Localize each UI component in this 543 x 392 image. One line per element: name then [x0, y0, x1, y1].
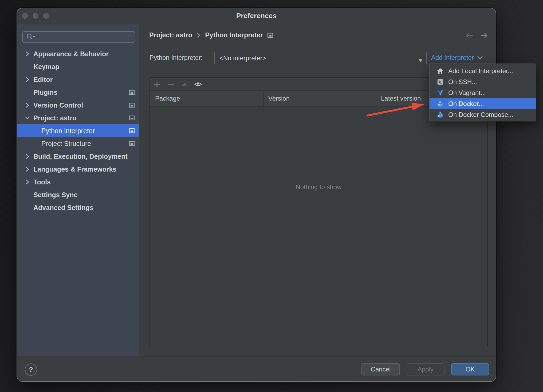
menu-item-on-docker[interactable]: On Docker... [430, 98, 536, 109]
upgrade-package-icon[interactable] [181, 81, 188, 88]
sidebar-item-tools[interactable]: Tools [17, 176, 139, 188]
external-panel-icon [129, 116, 135, 120]
chevron-right-icon[interactable] [25, 73, 30, 86]
chevron-right-icon[interactable] [25, 150, 30, 163]
sidebar-item-keymap[interactable]: Keymap [17, 60, 139, 73]
settings-tree: Appearance & BehaviorKeymapEditorPlugins… [17, 47, 139, 214]
external-panel-icon [129, 90, 135, 95]
forward-arrow-icon[interactable] [480, 32, 488, 39]
sidebar-item-label: Project: astro [33, 114, 129, 122]
preferences-dialog: Preferences Appearance & BehaviorKeymapE… [17, 8, 496, 382]
menu-item-label: Add Local Interpreter... [448, 67, 513, 75]
sidebar-item-label: Languages & Frameworks [33, 165, 139, 173]
breadcrumb-page: Python Interpreter [205, 31, 263, 39]
settings-search-field[interactable] [22, 31, 135, 43]
interpreter-select[interactable]: <No interpreter> [214, 52, 427, 64]
sidebar-item-label: Appearance & Behavior [33, 50, 139, 58]
help-question-icon: ? [29, 366, 33, 374]
packages-table-body: Nothing to show [150, 106, 487, 347]
search-icon [26, 33, 36, 41]
sidebar-item-label: Plugins [33, 89, 129, 96]
menu-item-label: On SSH... [448, 78, 477, 86]
chevron-down-icon[interactable] [25, 112, 30, 124]
menu-item-add-local-interpreter[interactable]: Add Local Interpreter... [430, 65, 536, 76]
menu-item-on-docker-compose[interactable]: On Docker Compose... [430, 109, 536, 120]
external-panel-icon [267, 33, 273, 38]
chevron-placeholder [33, 124, 38, 137]
docker-compose-icon [437, 111, 444, 118]
chevron-placeholder [25, 188, 30, 201]
interpreter-select-value: <No interpreter> [219, 54, 266, 62]
add-interpreter-menu: Add Local Interpreter...On SSH...On Vagr… [429, 64, 536, 121]
sidebar-item-label: Editor [33, 76, 139, 84]
sidebar-item-label: Settings Sync [33, 191, 139, 199]
sidebar-item-languages-frameworks[interactable]: Languages & Frameworks [17, 163, 139, 176]
chevron-down-icon [477, 56, 483, 60]
settings-sidebar: Appearance & BehaviorKeymapEditorPlugins… [17, 24, 139, 357]
external-panel-icon [129, 141, 135, 146]
python-interpreter-label: Python Interpreter: [149, 54, 203, 61]
remove-package-icon[interactable] [167, 81, 175, 88]
sidebar-item-project-structure[interactable]: Project Structure [17, 137, 139, 150]
vagrant-icon [437, 89, 444, 96]
sidebar-item-advanced-settings[interactable]: Advanced Settings [17, 201, 139, 214]
help-button[interactable]: ? [25, 363, 37, 376]
sidebar-item-plugins[interactable]: Plugins [17, 86, 139, 99]
combo-dropdown-icon [418, 56, 423, 64]
apply-button[interactable]: Apply [407, 363, 444, 375]
window-title: Preferences [17, 12, 496, 20]
dialog-body: Appearance & BehaviorKeymapEditorPlugins… [17, 24, 496, 357]
sidebar-item-version-control[interactable]: Version Control [17, 99, 139, 112]
menu-item-label: On Vagrant... [448, 89, 486, 97]
external-panel-icon [129, 103, 135, 108]
sidebar-item-appearance-behavior[interactable]: Appearance & Behavior [17, 47, 139, 60]
external-panel-icon [129, 128, 135, 133]
sidebar-item-label: Tools [33, 178, 139, 186]
breadcrumb-project[interactable]: Project: astro [149, 31, 192, 39]
column-header-version[interactable]: Version [263, 91, 377, 106]
menu-item-on-vagrant[interactable]: On Vagrant... [430, 87, 536, 98]
sidebar-item-editor[interactable]: Editor [17, 73, 139, 86]
cancel-button[interactable]: Cancel [361, 363, 400, 375]
sidebar-item-build-execution-deployment[interactable]: Build, Execution, Deployment [17, 150, 139, 163]
breadcrumb: Project: astro Python Interpreter [149, 31, 273, 39]
back-arrow-icon[interactable] [466, 32, 474, 39]
sidebar-item-label: Version Control [33, 101, 129, 109]
menu-item-label: On Docker Compose... [448, 111, 513, 118]
sidebar-item-python-interpreter[interactable]: Python Interpreter [17, 124, 139, 137]
dialog-titlebar: Preferences [17, 8, 496, 24]
chevron-placeholder [33, 137, 38, 150]
menu-item-on-ssh[interactable]: On SSH... [430, 76, 536, 87]
sidebar-item-project-astro[interactable]: Project: astro [17, 112, 139, 124]
ok-button[interactable]: OK [451, 363, 489, 375]
chevron-placeholder [25, 60, 30, 73]
menu-item-label: On Docker... [448, 100, 484, 108]
add-interpreter-link[interactable]: Add Interpreter [431, 54, 483, 61]
docker-icon [437, 100, 444, 107]
sidebar-item-settings-sync[interactable]: Settings Sync [17, 188, 139, 201]
breadcrumb-separator-icon [197, 32, 200, 38]
chevron-right-icon[interactable] [25, 47, 30, 60]
sidebar-item-label: Keymap [33, 63, 139, 71]
show-early-releases-icon[interactable] [194, 81, 202, 88]
add-package-icon[interactable] [153, 81, 161, 88]
home-icon [437, 68, 444, 74]
add-interpreter-label: Add Interpreter [431, 54, 474, 61]
chevron-right-icon[interactable] [25, 176, 30, 188]
dialog-footer: ? Cancel Apply OK [17, 357, 496, 381]
ssh-terminal-icon [437, 78, 444, 85]
chevron-placeholder [25, 86, 30, 99]
sidebar-item-label: Advanced Settings [33, 204, 139, 212]
sidebar-item-label: Python Interpreter [41, 127, 129, 135]
column-header-package[interactable]: Package [150, 91, 263, 106]
chevron-placeholder [25, 201, 30, 214]
empty-table-text: Nothing to show [150, 183, 487, 191]
sidebar-item-label: Build, Execution, Deployment [33, 153, 139, 160]
chevron-right-icon[interactable] [25, 163, 30, 176]
chevron-right-icon[interactable] [25, 99, 30, 112]
sidebar-item-label: Project Structure [41, 140, 129, 148]
